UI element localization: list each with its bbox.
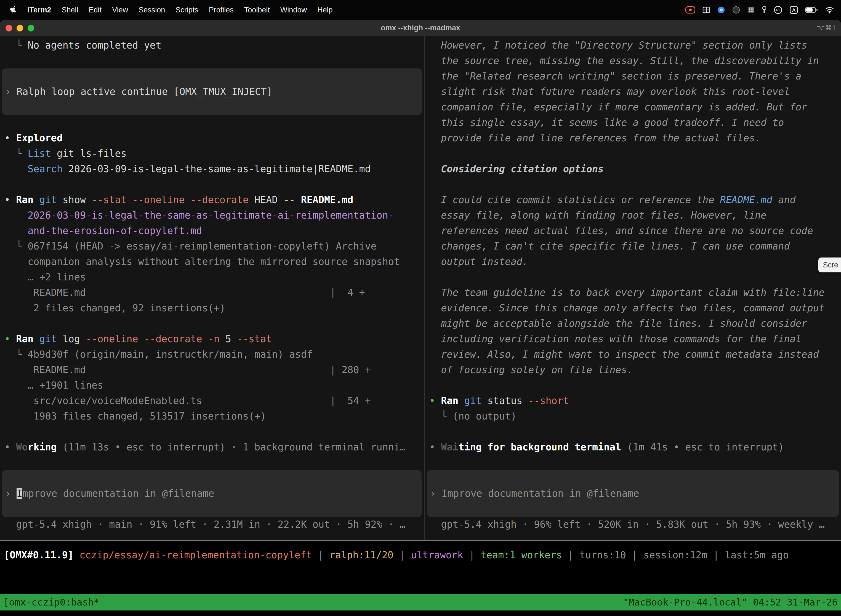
- terminal-blank-line: [425, 177, 841, 192]
- text-segment: ›: [5, 86, 16, 97]
- text-segment: gpt-5.4 xhigh · 96% left · 520K in · 5.8…: [429, 519, 825, 530]
- window-grid-icon[interactable]: [702, 6, 710, 14]
- text-segment: |: [463, 550, 481, 560]
- menu-item-help[interactable]: Help: [312, 6, 338, 14]
- terminal-line: … +1901 lines: [0, 378, 424, 393]
- wifi-icon[interactable]: [825, 6, 834, 14]
- text-segment: ultrawork: [411, 550, 463, 560]
- text-segment: git: [464, 395, 487, 406]
- text-segment: this single essay, it seems like a good …: [429, 117, 784, 128]
- blue-app-icon[interactable]: [717, 6, 725, 14]
- terminal-line: companion file, especially if more comme…: [425, 99, 841, 115]
- text-segment: Wai: [441, 441, 458, 453]
- menu-item-window[interactable]: Window: [275, 6, 312, 14]
- text-segment: ›: [430, 488, 441, 499]
- text-segment: List: [28, 148, 51, 159]
- banner-text: › Ralph loop active continue [OMX_TMUX_I…: [2, 84, 422, 99]
- tmux-session-window: [omx-cczip0:bash*: [3, 597, 99, 608]
- apple-icon: [10, 5, 17, 13]
- text-segment: (1m 41s • esc to interrupt): [621, 441, 784, 453]
- text-segment: •: [4, 194, 16, 205]
- terminal-line: changes, I can't cite specific file line…: [425, 238, 841, 254]
- terminal-line: 2 files changed, 92 insertions(+): [0, 300, 424, 316]
- menu-item-shell[interactable]: Shell: [57, 6, 84, 14]
- text-segment: including verification notes with those …: [429, 333, 801, 345]
- text-segment: 067f154 (HEAD -> essay/ai-reimplementati…: [28, 241, 377, 252]
- terminal-line: 1903 files changed, 513517 insertions(+): [0, 408, 424, 424]
- menu-item-session[interactable]: Session: [133, 6, 170, 14]
- text-segment: ralph:11/20: [330, 550, 393, 560]
- text-segment: essay file, along with finding root file…: [429, 210, 766, 221]
- menu-item-view[interactable]: View: [107, 6, 133, 14]
- prompt-input[interactable]: › Improve documentation in @filename: [427, 470, 839, 517]
- terminal-line: src/voice/voiceModeEnabled.ts | 54 +: [0, 393, 424, 408]
- menu-item-edit[interactable]: Edit: [84, 6, 107, 14]
- screen-recording-indicator-icon[interactable]: [686, 6, 695, 13]
- text-segment: └: [4, 40, 28, 51]
- text-segment: Ran: [16, 194, 39, 205]
- text-segment: 2026-03-09-is-legal-the-same-as-legitima…: [63, 163, 371, 175]
- minimize-button[interactable]: [16, 25, 23, 31]
- battery-percent-ring-icon[interactable]: 61: [774, 6, 782, 14]
- text-segment: [OMX#0.11.9]: [4, 550, 79, 560]
- text-segment: README.md | 4 +: [4, 287, 365, 298]
- text-segment: turns:10: [579, 550, 626, 560]
- close-button[interactable]: [6, 25, 12, 31]
- keyhole-icon[interactable]: [762, 6, 766, 14]
- model-status-line: gpt-5.4 xhigh · 96% left · 520K in · 5.8…: [425, 517, 841, 532]
- text-segment: Ralph loop active continue [OMX_TMUX_INJ…: [16, 86, 273, 97]
- text-segment: |: [562, 550, 579, 560]
- text-segment: companion file, especially if more comme…: [429, 101, 807, 113]
- terminal-line: README.md | 280 +: [0, 362, 424, 378]
- zoom-button[interactable]: [28, 25, 34, 31]
- window-titlebar: omx --xhigh --madmax ⌥⌘1: [0, 20, 841, 37]
- dots-grid-icon[interactable]: [747, 6, 755, 14]
- apple-menu[interactable]: [5, 5, 22, 15]
- text-segment: 4b9d30f (origin/main, instructkr/main, m…: [28, 349, 313, 360]
- menu-item-scripts[interactable]: Scripts: [170, 6, 204, 14]
- terminal-line: review. Also, I might want to inspect th…: [425, 347, 841, 362]
- text-segment: └: [4, 148, 28, 159]
- text-segment: companion analysis without altering the …: [4, 256, 400, 267]
- text-segment: evidence. Since this change only affects…: [429, 302, 825, 314]
- text-segment: No agents completed yet: [28, 40, 161, 51]
- text-segment: Search: [28, 163, 62, 175]
- menu-item-iterm2[interactable]: iTerm2: [22, 6, 57, 14]
- text-segment: --stat: [237, 333, 272, 345]
- text-segment: and-the-erosion-of-copyleft.md: [4, 225, 202, 236]
- prompt-input[interactable]: › Improve documentation in @filename: [2, 470, 422, 517]
- menu-item-toolbelt[interactable]: Toolbelt: [239, 6, 275, 14]
- battery-icon[interactable]: [805, 7, 818, 13]
- menubar-status-icons: 61 A: [686, 6, 834, 14]
- text-segment: Ran: [16, 333, 39, 345]
- text-segment: show: [63, 194, 92, 205]
- text-segment: •: [4, 333, 16, 345]
- terminal-line: the "Related research writing" section i…: [425, 69, 841, 84]
- text-segment: cczip/essay/ai-reimplementation-copyleft: [79, 550, 312, 560]
- text-segment: •: [4, 132, 16, 144]
- terminal-line: 2026-03-09-is-legal-the-same-as-legitima…: [0, 208, 424, 223]
- text-segment: log: [63, 333, 86, 345]
- terminal-pane-right[interactable]: However, I noticed the "Directory Struct…: [425, 37, 841, 540]
- text-segment: gpt-5.4 xhigh · main · 91% left · 2.31M …: [4, 519, 406, 530]
- text-segment: 1903 files changed, 513517 insertions(+): [4, 411, 266, 422]
- terminal-line: • Explored: [0, 130, 424, 146]
- model-status-line: gpt-5.4 xhigh · main · 91% left · 2.31M …: [0, 517, 424, 532]
- text-segment: 2026-03-09-is-legal-the-same-as-legitima…: [4, 210, 394, 221]
- text-segment: •: [429, 395, 441, 406]
- menu-item-profiles[interactable]: Profiles: [204, 6, 239, 14]
- tmux-host-time: "MacBook-Pro-44.local" 04:52 31-Mar-26: [623, 597, 838, 608]
- text-segment: |: [708, 550, 725, 560]
- terminal-blank-line: [425, 269, 841, 285]
- input-source-icon[interactable]: A: [790, 6, 798, 14]
- dark-circle-icon[interactable]: [732, 6, 740, 14]
- terminal-line: The team guideline is to back every impo…: [425, 285, 841, 300]
- text-segment: I could cite commit statistics or refere…: [429, 194, 720, 205]
- text-segment: README.md: [301, 194, 353, 205]
- text-segment: last:5m ago: [725, 550, 789, 560]
- terminal-pane-left[interactable]: └ No agents completed yet› Ralph loop ac…: [0, 37, 424, 540]
- screen-edge-tooltip[interactable]: Scre: [818, 258, 841, 273]
- text-segment: might be acceptable alongside the file l…: [429, 318, 807, 329]
- text-segment: git: [39, 194, 62, 205]
- terminal-blank-line: [0, 177, 424, 192]
